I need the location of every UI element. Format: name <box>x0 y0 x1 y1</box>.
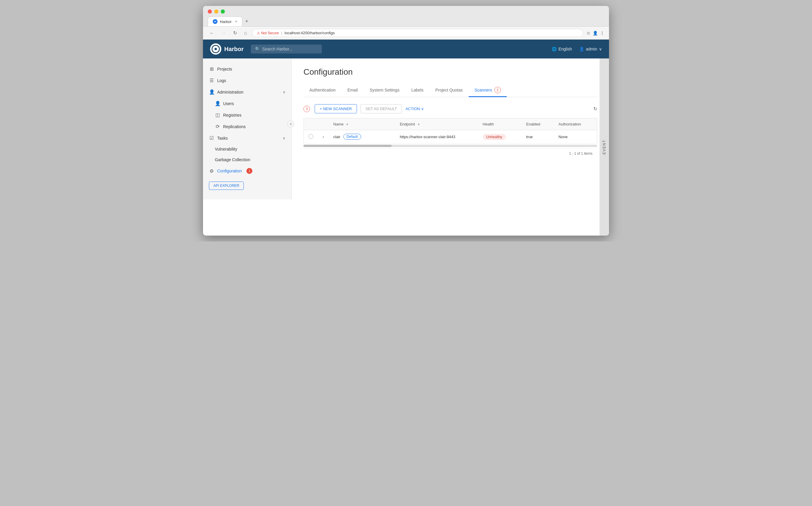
tab-email[interactable]: Email <box>342 84 364 97</box>
event-panel[interactable]: EVENT <box>600 59 609 236</box>
tab-labels-label: Labels <box>411 88 423 92</box>
tab-title: Harbor <box>220 19 232 24</box>
menu-icon[interactable]: ⋮ <box>600 31 604 35</box>
row-expand-icon[interactable]: › <box>323 135 324 139</box>
col-header-endpoint: Endpoint ▼ <box>395 118 478 130</box>
tab-labels[interactable]: Labels <box>405 84 429 97</box>
set-as-default-button[interactable]: SET AS DEFAULT <box>360 104 402 113</box>
sidebar-item-users[interactable]: 👤 Users <box>209 98 291 109</box>
tab-project-quotas-label: Project Quotas <box>435 88 463 92</box>
new-tab-button[interactable]: + <box>242 16 252 26</box>
logo-area[interactable]: Harbor <box>210 44 244 55</box>
pagination-text: 1 - 1 of 1 items <box>569 152 593 156</box>
browser-minimize-dot[interactable] <box>214 9 218 14</box>
toolbar-circle-badge: 3 <box>303 106 310 112</box>
scanner-name: clair <box>333 135 340 139</box>
sidebar-item-configuration[interactable]: ⚙ Configuration 1 <box>203 165 291 177</box>
horizontal-scrollbar[interactable] <box>303 145 597 147</box>
user-icon: 👤 <box>579 47 584 51</box>
administration-icon: 👤 <box>209 89 214 95</box>
tab-email-label: Email <box>347 88 358 92</box>
address-text: localhost:4200/harbor/configs <box>284 31 335 35</box>
sidebar-section-tasks[interactable]: ☑ Tasks ∨ <box>203 132 291 144</box>
tasks-label: Tasks <box>217 136 228 141</box>
logo-icon <box>210 44 221 55</box>
sidebar-item-registries[interactable]: ◫ Registries <box>209 109 291 121</box>
scanner-endpoint: https://harbor-scanner-clair:8443 <box>400 135 455 139</box>
tab-scanners[interactable]: Scanners 2 <box>469 84 507 97</box>
table-pagination: 1 - 1 of 1 items <box>303 148 597 159</box>
search-bar[interactable]: 🔍 Search Harbor... <box>251 45 322 54</box>
language-selector[interactable]: 🌐 English <box>552 47 572 51</box>
url-input[interactable]: ⚠ Not Secure | localhost:4200/harbor/con… <box>252 29 583 37</box>
profile-icon[interactable]: 👤 <box>593 31 598 35</box>
sidebar-section-administration[interactable]: 👤 Administration ∨ <box>203 86 291 98</box>
nav-refresh-button[interactable]: ↻ <box>231 29 239 36</box>
nav-home-button[interactable]: ⌂ <box>242 30 249 36</box>
action-caret-icon: ∨ <box>421 106 424 111</box>
not-secure-label: Not Secure <box>261 31 279 35</box>
bookmark-icon[interactable]: ☆ <box>587 31 590 35</box>
tab-close-button[interactable]: × <box>235 19 237 24</box>
tab-system-settings[interactable]: System Settings <box>364 84 405 97</box>
sidebar-item-replications[interactable]: ⟳ Replications <box>209 121 291 132</box>
sidebar: « ⊞ Projects ☰ Logs 👤 Adm <box>203 59 292 199</box>
default-badge: Default <box>343 134 361 140</box>
col-header-enabled: Enabled <box>522 118 554 130</box>
users-label: Users <box>223 101 234 106</box>
registries-icon: ◫ <box>215 112 220 118</box>
administration-label: Administration <box>217 90 244 94</box>
content-area: Configuration Authentication Email Syste… <box>292 59 609 236</box>
address-bar: ← → ↻ ⌂ ⚠ Not Secure | localhost:4200/ha… <box>203 26 609 39</box>
sidebar-item-projects[interactable]: ⊞ Projects <box>203 63 291 75</box>
tasks-icon: ☑ <box>209 135 214 141</box>
tab-authentication[interactable]: Authentication <box>303 84 342 97</box>
scanner-enabled: true <box>526 135 533 139</box>
users-icon: 👤 <box>215 101 220 106</box>
search-icon: 🔍 <box>255 47 260 51</box>
address-divider: | <box>281 31 282 35</box>
page-title: Configuration <box>303 67 597 77</box>
new-scanner-button[interactable]: + NEW SCANNER <box>315 104 357 113</box>
registries-label: Registries <box>223 113 242 117</box>
scanners-tab-badge: 2 <box>494 87 501 93</box>
endpoint-filter-icon[interactable]: ▼ <box>417 123 420 126</box>
col-header-checkbox <box>304 118 318 130</box>
replications-label: Replications <box>223 124 246 129</box>
sidebar-collapse-button[interactable]: « <box>287 120 294 128</box>
tab-project-quotas[interactable]: Project Quotas <box>429 84 469 97</box>
nav-back-button[interactable]: ← <box>208 30 216 36</box>
tab-scanners-label: Scanners <box>475 88 492 92</box>
configuration-label: Configuration <box>217 169 242 173</box>
tab-favicon: H <box>213 19 217 24</box>
name-filter-icon[interactable]: ▼ <box>346 123 349 126</box>
security-warning: ⚠ Not Secure <box>257 31 279 35</box>
configuration-tabs: Authentication Email System Settings Lab… <box>303 84 597 97</box>
browser-maximize-dot[interactable] <box>221 9 225 14</box>
vulnerability-label: Vulnerability <box>215 147 237 152</box>
action-label: ACTION <box>405 106 420 111</box>
top-navigation: Harbor 🔍 Search Harbor... 🌐 English 👤 ad… <box>203 39 609 59</box>
nav-forward-button[interactable]: → <box>219 30 228 36</box>
tab-authentication-label: Authentication <box>310 88 336 92</box>
refresh-button[interactable]: ↻ <box>593 106 597 111</box>
configuration-icon: ⚙ <box>209 168 214 174</box>
language-label: English <box>558 47 572 51</box>
sidebar-item-garbage-collection[interactable]: Garbage Collection <box>209 154 291 165</box>
action-button[interactable]: ACTION ∨ <box>405 104 424 113</box>
sidebar-item-logs[interactable]: ☰ Logs <box>203 75 291 86</box>
browser-close-dot[interactable] <box>208 9 212 14</box>
api-explorer-button[interactable]: API EXPLORER <box>209 182 244 190</box>
garbage-collection-label: Garbage Collection <box>215 157 250 162</box>
tasks-chevron: ∨ <box>283 136 285 140</box>
user-menu[interactable]: 👤 admin ∨ <box>579 47 602 51</box>
col-header-expand <box>318 118 329 130</box>
configuration-badge: 1 <box>247 168 252 174</box>
table-toolbar: 3 + NEW SCANNER SET AS DEFAULT ACTION ∨ … <box>303 104 597 113</box>
globe-icon: 🌐 <box>552 47 557 51</box>
administration-chevron: ∨ <box>283 90 285 94</box>
projects-icon: ⊞ <box>209 66 214 72</box>
row-radio-button[interactable] <box>309 134 313 139</box>
sidebar-item-vulnerability[interactable]: Vulnerability <box>209 144 291 154</box>
browser-tab[interactable]: H Harbor × <box>208 16 242 26</box>
